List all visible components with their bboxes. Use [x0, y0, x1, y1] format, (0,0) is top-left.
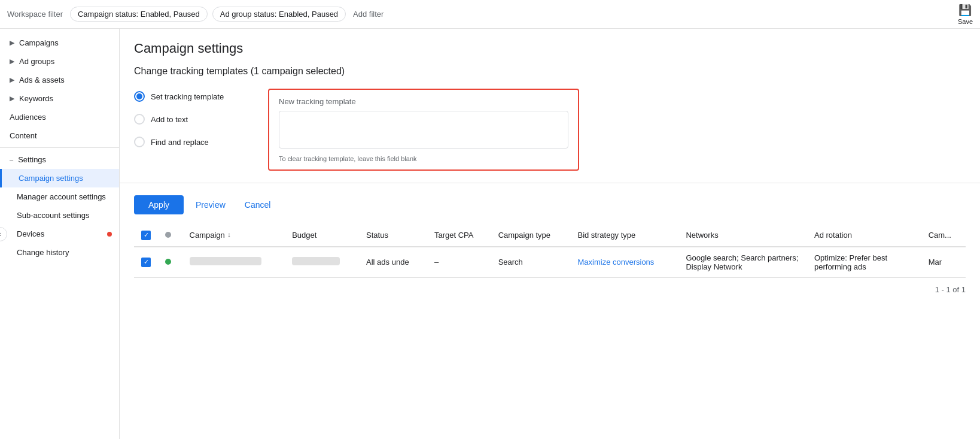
- radio-add-to-text-circle[interactable]: [134, 114, 145, 125]
- save-button[interactable]: 💾 Save: [958, 4, 973, 25]
- chevron-right-icon: ▶: [10, 57, 14, 65]
- row-checkbox[interactable]: [141, 258, 151, 267]
- row-checkbox-cell: [134, 247, 158, 278]
- th-budget[interactable]: Budget: [285, 224, 359, 247]
- sidebar-divider: [0, 147, 119, 148]
- sidebar-item-manager-account-settings[interactable]: Manager account settings: [0, 187, 119, 206]
- row-status-dot-cell: [158, 247, 182, 278]
- sidebar-item-campaigns[interactable]: ▶ Campaigns: [0, 34, 119, 52]
- apply-button[interactable]: Apply: [134, 195, 184, 214]
- section-divider: [120, 183, 980, 183]
- radio-set-tracking-label: Set tracking template: [151, 92, 224, 101]
- radio-find-replace[interactable]: Find and replace: [134, 137, 254, 147]
- sidebar: ‹ ▶ Campaigns ▶ Ad groups ▶ Ads & assets…: [0, 29, 120, 439]
- tracking-templates-section: Change tracking templates (1 campaign se…: [120, 66, 980, 171]
- sidebar-item-settings[interactable]: – Settings: [0, 150, 119, 169]
- layout: ‹ ▶ Campaigns ▶ Ad groups ▶ Ads & assets…: [0, 29, 980, 439]
- th-checkbox: [134, 224, 158, 247]
- sidebar-item-ads-assets[interactable]: ▶ Ads & assets: [0, 71, 119, 89]
- tracking-template-input[interactable]: [279, 111, 568, 149]
- template-hint: To clear tracking template, leave this f…: [279, 155, 568, 162]
- top-bar: Workspace filter Campaign status: Enable…: [0, 0, 980, 29]
- sidebar-item-sub-account-settings[interactable]: Sub-account settings: [0, 206, 119, 225]
- row-status-cell: All ads unde: [359, 247, 427, 278]
- row-target-cpa-cell: –: [427, 247, 491, 278]
- add-filter-button[interactable]: Add filter: [353, 10, 384, 19]
- sidebar-item-keywords[interactable]: ▶ Keywords: [0, 89, 119, 108]
- radio-options: Set tracking template Add to text Find a…: [134, 89, 254, 147]
- row-budget-cell: [285, 247, 359, 278]
- section-title: Change tracking templates (1 campaign se…: [134, 66, 966, 77]
- th-status-dot: [158, 224, 182, 247]
- sidebar-item-campaign-settings[interactable]: Campaign settings: [0, 169, 119, 187]
- chevron-right-icon: ▶: [10, 95, 14, 102]
- sort-arrow-icon: ↓: [227, 231, 231, 239]
- row-ad-rotation-cell: Optimize: Prefer best performing ads: [807, 247, 921, 278]
- row-campaign-type-cell: Search: [491, 247, 571, 278]
- preview-button[interactable]: Preview: [188, 195, 233, 214]
- radio-add-to-text[interactable]: Add to text: [134, 114, 254, 125]
- save-icon: 💾: [958, 4, 972, 17]
- chevron-right-icon: ▶: [10, 39, 14, 47]
- status-dot-header: [165, 232, 171, 238]
- radio-find-replace-circle[interactable]: [134, 137, 145, 147]
- campaign-sort[interactable]: Campaign ↓: [190, 231, 231, 240]
- campaigns-table-container: Campaign ↓ Budget Status Target CPA: [120, 224, 980, 278]
- th-status[interactable]: Status: [359, 224, 427, 247]
- row-networks-cell: Google search; Search partners; Display …: [678, 247, 807, 278]
- th-networks[interactable]: Networks: [678, 224, 807, 247]
- th-campaign[interactable]: Campaign ↓: [182, 224, 285, 247]
- select-all-checkbox[interactable]: [141, 231, 151, 240]
- sidebar-item-devices[interactable]: Devices: [0, 225, 119, 243]
- sidebar-item-audiences[interactable]: Audiences: [0, 108, 119, 126]
- th-target-cpa[interactable]: Target CPA: [427, 224, 491, 247]
- pagination: 1 - 1 of 1: [120, 278, 980, 301]
- th-ad-rotation[interactable]: Ad rotation: [807, 224, 921, 247]
- row-status-dot: [165, 259, 171, 265]
- table-row: All ads unde – Search Maximize conversio…: [134, 247, 966, 278]
- radio-find-replace-label: Find and replace: [151, 138, 209, 147]
- th-cam-start[interactable]: Cam...: [921, 224, 966, 247]
- campaign-status-filter[interactable]: Campaign status: Enabled, Paused: [70, 7, 208, 22]
- sidebar-item-ad-groups[interactable]: ▶ Ad groups: [0, 52, 119, 71]
- sidebar-item-change-history[interactable]: Change history: [0, 243, 119, 262]
- ad-group-status-filter[interactable]: Ad group status: Enabled, Paused: [212, 7, 346, 22]
- cancel-button[interactable]: Cancel: [238, 195, 278, 214]
- tracking-form: Set tracking template Add to text Find a…: [134, 89, 966, 171]
- devices-badge: [107, 232, 112, 237]
- main-content: Campaign settings Change tracking templa…: [120, 29, 980, 439]
- template-box: New tracking template To clear tracking …: [268, 89, 579, 171]
- radio-set-tracking[interactable]: Set tracking template: [134, 91, 254, 102]
- table-header-row: Campaign ↓ Budget Status Target CPA: [134, 224, 966, 247]
- campaigns-table: Campaign ↓ Budget Status Target CPA: [134, 224, 966, 278]
- sidebar-item-content[interactable]: Content: [0, 126, 119, 145]
- th-bid-strategy-type[interactable]: Bid strategy type: [570, 224, 678, 247]
- row-campaign-cell: [182, 247, 285, 278]
- radio-add-to-text-label: Add to text: [151, 115, 188, 124]
- budget-blurred: [292, 257, 340, 265]
- action-buttons: Apply Preview Cancel: [120, 195, 980, 214]
- workspace-filter-label: Workspace filter: [7, 10, 63, 19]
- bid-strategy-link[interactable]: Maximize conversions: [577, 258, 654, 267]
- th-campaign-type[interactable]: Campaign type: [491, 224, 571, 247]
- template-box-label: New tracking template: [279, 97, 568, 106]
- chevron-right-icon: ▶: [10, 76, 14, 84]
- page-title: Campaign settings: [120, 29, 980, 66]
- row-bid-strategy-type-cell: Maximize conversions: [570, 247, 678, 278]
- campaign-name-blurred: [190, 257, 261, 265]
- row-cam-start-cell: Mar: [921, 247, 966, 278]
- radio-set-tracking-circle[interactable]: [134, 91, 145, 102]
- minus-icon: –: [10, 156, 13, 164]
